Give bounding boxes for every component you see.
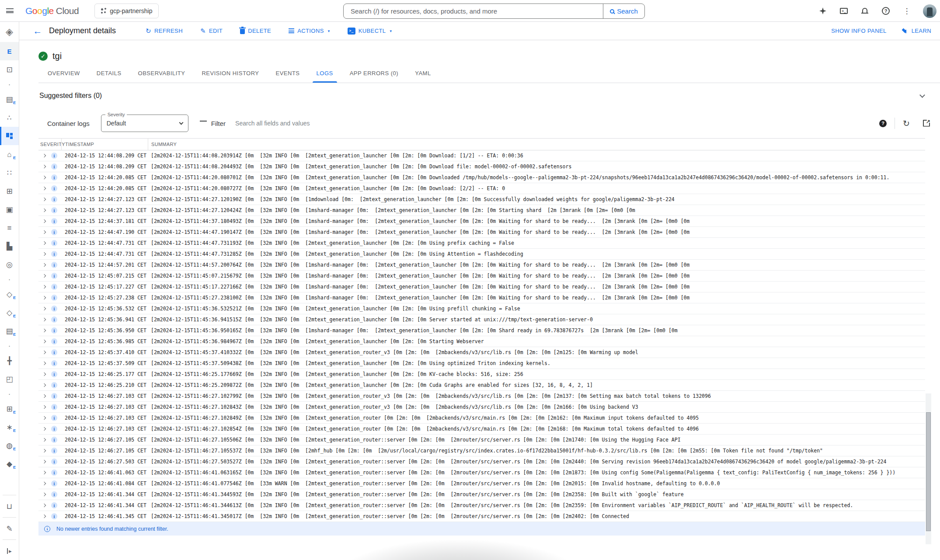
- cube-e-icon[interactable]: ◇ E: [0, 285, 19, 303]
- duplicate-squares-icon[interactable]: ⊡: [0, 60, 19, 79]
- marketplace-icon[interactable]: ⊔: [0, 497, 19, 515]
- expand-chevron-icon[interactable]: [43, 383, 47, 387]
- expand-chevron-icon[interactable]: [43, 372, 47, 376]
- project-picker[interactable]: gcp-partnership: [94, 3, 159, 18]
- expand-chevron-icon[interactable]: [43, 296, 47, 300]
- back-arrow-icon[interactable]: ←: [30, 26, 45, 36]
- expand-chevron-icon[interactable]: [43, 514, 47, 518]
- windows-icon[interactable]: ⊞: [0, 182, 19, 200]
- expand-chevron-icon[interactable]: [43, 361, 47, 365]
- registry-e-icon[interactable]: ⌂ E: [0, 145, 19, 163]
- log-row[interactable]: i 2024-12-15 12:46:27.103 CET [2m2024-12…: [38, 413, 925, 424]
- expand-chevron-icon[interactable]: [43, 263, 47, 267]
- search-button[interactable]: Search: [603, 4, 644, 18]
- log-row[interactable]: i 2024-12-15 12:45:17.227 CET [2m2024-12…: [38, 282, 925, 292]
- expand-chevron-icon[interactable]: [43, 492, 47, 497]
- collapse-rail-icon[interactable]: ▸: [0, 542, 19, 560]
- expand-chevron-icon[interactable]: [43, 252, 47, 256]
- expand-chevron-icon[interactable]: [43, 153, 47, 158]
- shield-e-icon[interactable]: ◆ E: [0, 455, 19, 473]
- gemini-sparkle-icon[interactable]: [818, 6, 828, 16]
- help-filled-icon[interactable]: ?: [879, 120, 887, 127]
- search-input[interactable]: Search (/) for resources, docs, products…: [344, 7, 603, 15]
- squares-e-icon[interactable]: ⊞ E: [0, 400, 19, 418]
- tab[interactable]: DETAILS: [88, 64, 130, 83]
- more-vert-icon[interactable]: ⋮: [902, 6, 912, 16]
- log-row[interactable]: i 2024-12-15 12:44:37.181 CET [2m2024-12…: [38, 216, 925, 227]
- log-row[interactable]: i 2024-12-15 12:45:36.941 CET [2m2024-12…: [38, 314, 925, 325]
- product-logo-icon[interactable]: ◈: [0, 22, 19, 42]
- log-row[interactable]: i 2024-12-15 12:44:47.731 CET [2m2024-12…: [38, 249, 925, 260]
- log-row[interactable]: i 2024-12-15 12:46:25.177 CET [2m2024-12…: [38, 369, 925, 380]
- network-tree-icon[interactable]: ╋: [0, 351, 19, 370]
- expand-chevron-icon[interactable]: [43, 274, 47, 278]
- avatar[interactable]: [923, 4, 937, 18]
- log-row[interactable]: i 2024-12-15 12:45:36.985 CET [2m2024-12…: [38, 336, 925, 347]
- log-row[interactable]: i 2024-12-15 12:44:27.123 CET [2m2024-12…: [38, 194, 925, 205]
- tab[interactable]: YAML: [407, 64, 439, 83]
- dots-cluster-icon[interactable]: ∴: [0, 108, 19, 127]
- log-row[interactable]: i 2024-12-15 12:44:20.085 CET [2m2024-12…: [38, 183, 925, 194]
- google-cloud-logo[interactable]: Google Cloud: [25, 6, 79, 16]
- log-row[interactable]: i 2024-12-15 12:46:41.344 CET [2m2024-12…: [38, 489, 925, 500]
- log-row[interactable]: i 2024-12-15 12:46:27.103 CET [2m2024-12…: [38, 424, 925, 435]
- log-row[interactable]: i 2024-12-15 12:46:41.345 CET [2m2024-12…: [38, 511, 925, 522]
- expand-chevron-icon[interactable]: [43, 416, 47, 420]
- expand-chevron-icon[interactable]: [43, 197, 47, 202]
- apps-grid-icon[interactable]: ∷: [0, 163, 19, 182]
- expand-chevron-icon[interactable]: [43, 503, 47, 508]
- pinned-e-item[interactable]: E: [0, 42, 19, 60]
- card-e-icon[interactable]: ▤ E: [0, 90, 19, 108]
- expand-chevron-icon[interactable]: [43, 219, 47, 223]
- log-row[interactable]: i 2024-12-15 12:45:36.532 CET [2m2024-12…: [38, 303, 925, 314]
- help-icon[interactable]: ?: [881, 6, 891, 16]
- log-row[interactable]: i 2024-12-15 12:45:27.238 CET [2m2024-12…: [38, 292, 925, 303]
- show-info-panel-button[interactable]: SHOW INFO PANEL: [831, 28, 886, 34]
- scrollbar-thumb[interactable]: [926, 412, 931, 531]
- cloud-shell-icon[interactable]: >_: [839, 6, 849, 16]
- expand-chevron-icon[interactable]: [43, 241, 47, 245]
- main-menu-icon[interactable]: [0, 0, 19, 22]
- refresh-button[interactable]: ↻ REFRESH: [146, 28, 183, 34]
- expand-chevron-icon[interactable]: [43, 328, 47, 333]
- release-notes-icon[interactable]: ✎: [0, 519, 19, 538]
- expand-chevron-icon[interactable]: [43, 186, 47, 191]
- tab[interactable]: REVISION HISTORY: [193, 64, 267, 83]
- storage-box-icon[interactable]: ▣: [0, 200, 19, 219]
- log-row[interactable]: i 2024-12-15 12:46:27.103 CET [2m2024-12…: [38, 402, 925, 413]
- expand-chevron-icon[interactable]: [43, 306, 47, 311]
- expand-chevron-icon[interactable]: [43, 427, 47, 431]
- log-row[interactable]: i 2024-12-15 12:46:27.103 CET [2m2024-12…: [38, 391, 925, 402]
- notifications-bell-icon[interactable]: [860, 6, 870, 16]
- actions-dropdown[interactable]: ACTIONS ▾: [289, 28, 330, 34]
- expand-chevron-icon[interactable]: [43, 459, 47, 464]
- expand-chevron-icon[interactable]: [43, 394, 47, 398]
- expand-chevron-icon[interactable]: [43, 164, 47, 169]
- expand-chevron-icon[interactable]: [43, 175, 47, 180]
- log-row[interactable]: i 2024-12-15 12:46:41.084 CET [2m2024-12…: [38, 478, 925, 489]
- tab[interactable]: OVERVIEW: [39, 64, 88, 83]
- expand-chevron-icon[interactable]: [43, 350, 47, 355]
- log-row[interactable]: i 2024-12-15 12:45:37.410 CET [2m2024-12…: [38, 347, 925, 358]
- log-row[interactable]: i 2024-12-15 12:46:27.503 CET [2m2024-12…: [38, 456, 925, 467]
- badge-card-e-icon[interactable]: ▤ E: [0, 322, 19, 340]
- log-row[interactable]: i 2024-12-15 12:44:47.190 CET [2m2024-12…: [38, 227, 925, 238]
- kubectl-dropdown[interactable]: >_ KUBECTL ▾: [348, 28, 392, 35]
- spark-e-icon[interactable]: ∗ E: [0, 418, 19, 436]
- log-row[interactable]: i 2024-12-15 12:46:27.105 CET [2m2024-12…: [38, 435, 925, 445]
- filter-search-input[interactable]: Search all fields and values: [235, 120, 879, 127]
- workloads-icon[interactable]: [0, 127, 19, 145]
- log-row[interactable]: i 2024-12-15 12:45:37.509 CET [2m2024-12…: [38, 358, 925, 369]
- learn-button[interactable]: LEARN: [902, 28, 931, 34]
- log-row[interactable]: i 2024-12-15 12:45:36.950 CET [2m2024-12…: [38, 325, 925, 336]
- log-row[interactable]: i 2024-12-15 12:46:41.063 CET [2m2024-12…: [38, 467, 925, 478]
- log-row[interactable]: i 2024-12-15 12:44:20.085 CET [2m2024-12…: [38, 172, 925, 183]
- crop-icon[interactable]: ◰: [0, 370, 19, 388]
- expand-chevron-icon[interactable]: [43, 470, 47, 475]
- log-row[interactable]: i 2024-12-15 12:45:07.215 CET [2m2024-12…: [38, 271, 925, 282]
- expand-chevron-icon[interactable]: [43, 339, 47, 344]
- log-row[interactable]: i 2024-12-15 12:46:41.344 CET [2m2024-12…: [38, 500, 925, 511]
- expand-chevron-icon[interactable]: [43, 230, 47, 234]
- tab[interactable]: OBSERVABILITY: [130, 64, 194, 83]
- log-row[interactable]: i 2024-12-15 12:44:47.731 CET [2m2024-12…: [38, 238, 925, 249]
